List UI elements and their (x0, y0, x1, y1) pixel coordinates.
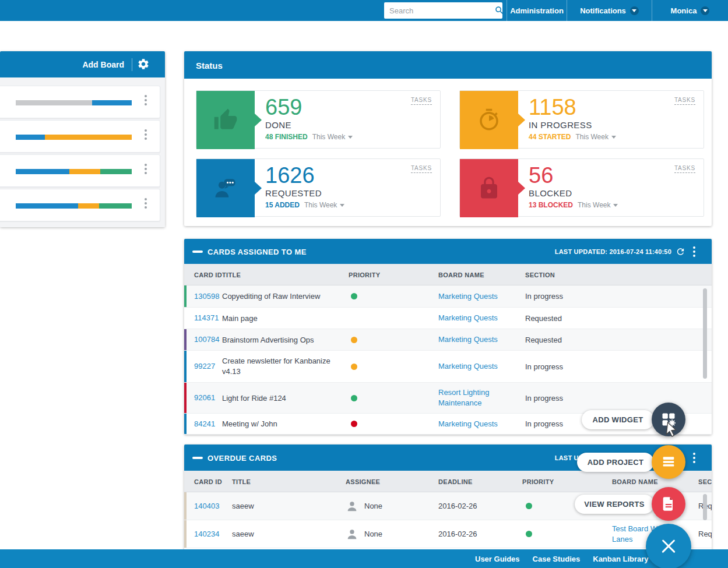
add-project-fab[interactable] (652, 445, 685, 479)
board-name-link[interactable]: Marketing Quests (438, 351, 520, 382)
status-panel-header: Status (184, 51, 712, 79)
done-count: 659 (265, 96, 434, 119)
board-card[interactable] (0, 86, 160, 118)
card-id-link[interactable]: 92061 (194, 383, 215, 413)
search-box[interactable] (384, 2, 502, 19)
gear-icon[interactable] (137, 58, 150, 70)
topbar-item-administration[interactable]: Administration (507, 0, 567, 21)
footer-bar: User Guides Case Studies Kanban Library (0, 549, 728, 568)
row-color-stripe (184, 414, 187, 434)
done-square (196, 91, 255, 149)
tasks-toggle[interactable]: TASKS (674, 165, 695, 173)
row-color-stripe (184, 308, 187, 329)
collapse-icon[interactable] (192, 457, 203, 459)
table-scrollbar[interactable] (703, 288, 707, 379)
period-dropdown[interactable]: This Week (578, 201, 618, 209)
tasks-toggle[interactable]: TASKS (411, 165, 432, 173)
priority-dot (526, 531, 532, 537)
board-card[interactable] (0, 189, 160, 221)
section-cell: In progress (525, 414, 563, 434)
add-project-button[interactable]: ADD PROJECT (577, 453, 654, 472)
table-row: 114371 Main page Marketing Quests Reques… (184, 308, 712, 329)
tasks-toggle[interactable]: TASKS (674, 97, 695, 105)
board-name-link[interactable]: Marketing Quests (438, 308, 520, 329)
board-name-link[interactable]: Marketing Quests (438, 285, 520, 307)
topbar-item-user-menu[interactable]: Monica (652, 0, 728, 21)
panel-menu-icon[interactable] (693, 246, 695, 257)
blocked-label: BLOCKED (529, 188, 698, 198)
period-dropdown[interactable]: This Week (312, 133, 353, 141)
status-card-requested: 1626 REQUESTED 15 ADDED This Week TASKS (196, 158, 441, 217)
overdue-cards-title: OVERDUE CARDS (208, 453, 277, 462)
column-header-title: TITLE (232, 471, 251, 492)
username-label: Monica (671, 6, 697, 15)
board-card[interactable] (0, 154, 160, 187)
priority-cell (351, 285, 357, 307)
view-reports-button[interactable]: VIEW REPORTS (575, 495, 654, 514)
board-name-link[interactable]: Marketing Quests (438, 329, 520, 350)
column-header-section: SECTION (525, 264, 555, 285)
lock-icon (477, 176, 501, 200)
card-id-link[interactable]: 84241 (194, 414, 215, 434)
card-title: Brainstorm Advertising Ops (222, 329, 342, 350)
card-title: Copyediting of Raw Interview (222, 285, 342, 307)
requested-square (196, 159, 255, 217)
card-id-link[interactable]: 130598 (194, 285, 219, 307)
column-header-card-id: CARD ID (194, 264, 222, 285)
boards-list (0, 77, 165, 227)
add-widget-button[interactable]: ADD WIDGET (582, 410, 654, 429)
table-scrollbar[interactable] (703, 494, 707, 520)
board-name-link[interactable]: Resort Lighting Maintenance (438, 383, 520, 413)
add-widget-label: ADD WIDGET (593, 415, 643, 424)
add-project-label: ADD PROJECT (588, 458, 643, 467)
priority-cell (351, 351, 357, 382)
row-color-stripe (184, 383, 187, 413)
refresh-icon[interactable] (676, 246, 685, 256)
period-dropdown[interactable]: This Week (575, 133, 616, 141)
board-name-link[interactable]: Marketing Quests (438, 414, 520, 434)
board-card[interactable] (0, 120, 160, 153)
tasks-toggle[interactable]: TASKS (411, 97, 432, 105)
topbar-item-notifications[interactable]: Notifications (567, 0, 652, 21)
column-header-priority: PRIORITY (522, 471, 554, 492)
priority-dot (351, 364, 357, 370)
deadline-cell: 2016-02-26 (438, 520, 477, 548)
card-id-link[interactable]: 140403 (194, 492, 219, 520)
column-header-assignee: ASSIGNEE (346, 471, 380, 492)
section-cell: Requested (698, 520, 712, 548)
blocked-count: 56 (529, 164, 698, 187)
priority-cell (351, 329, 357, 350)
row-color-stripe (184, 520, 187, 548)
search-input[interactable] (384, 6, 494, 15)
section-cell: Requested (525, 329, 562, 350)
panel-menu-icon[interactable] (693, 453, 695, 463)
board-menu-icon[interactable] (145, 95, 147, 105)
add-board-button[interactable]: Add Board (82, 60, 124, 69)
card-id-link[interactable]: 99227 (194, 351, 215, 382)
caret-down-icon (340, 204, 344, 207)
card-id-link[interactable]: 114371 (194, 308, 219, 329)
card-id-link[interactable]: 100784 (194, 329, 219, 350)
table-row: 99227 Create newsletter for Kanbanize v4… (184, 351, 712, 383)
close-fab-menu-button[interactable] (646, 524, 691, 568)
column-header-board-name: BOARD NAME (438, 264, 484, 285)
board-menu-icon[interactable] (145, 198, 147, 209)
assignee-cell: None (346, 492, 382, 520)
card-id-link[interactable]: 140234 (194, 520, 219, 548)
thumb-up-icon (213, 108, 238, 132)
notifications-label: Notifications (580, 6, 626, 15)
priority-cell (351, 414, 357, 434)
period-dropdown[interactable]: This Week (304, 201, 344, 209)
column-header-title: TITLE (222, 264, 241, 285)
search-icon[interactable] (494, 5, 505, 16)
view-reports-fab[interactable] (652, 487, 685, 521)
footer-link-kanban-library[interactable]: Kanban Library (593, 555, 648, 563)
assignee-name: None (364, 530, 382, 538)
column-header-card-id: CARD ID (194, 471, 222, 492)
footer-link-user-guides[interactable]: User Guides (475, 555, 520, 563)
board-menu-icon[interactable] (145, 129, 147, 140)
board-menu-icon[interactable] (145, 164, 147, 174)
requested-week-stat: 15 ADDED (265, 201, 300, 209)
footer-link-case-studies[interactable]: Case Studies (533, 555, 581, 563)
collapse-icon[interactable] (192, 251, 203, 253)
